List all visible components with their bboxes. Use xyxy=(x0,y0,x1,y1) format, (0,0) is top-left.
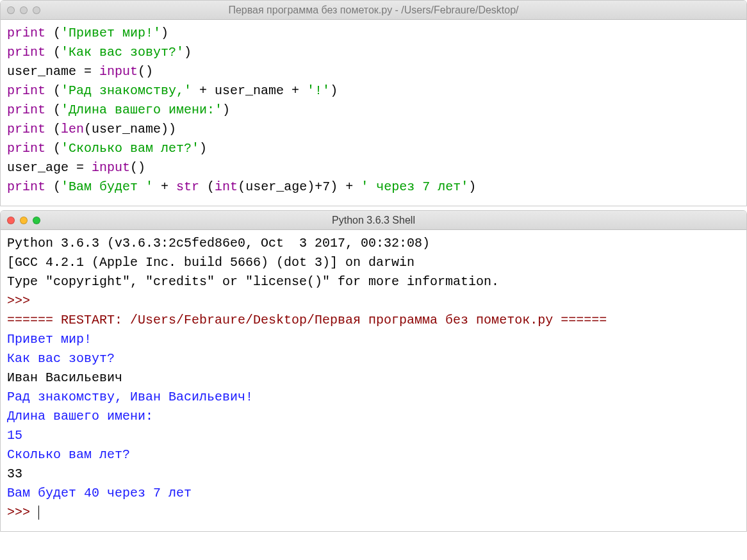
code-line: user_name = input() xyxy=(7,62,740,81)
code-token: ) xyxy=(330,83,338,98)
code-token: () xyxy=(130,160,145,175)
code-token: ( xyxy=(199,179,215,194)
code-token: str xyxy=(176,179,199,194)
code-token: ( xyxy=(45,103,61,117)
shell-traffic-lights xyxy=(7,217,40,224)
code-token: print xyxy=(7,83,45,98)
shell-token: >>> xyxy=(7,505,38,520)
code-line: print ('Вам будет ' + str (int(user_age)… xyxy=(7,177,740,197)
code-token: ( xyxy=(45,122,61,136)
shell-line: ====== RESTART: /Users/Febraure/Desktop/… xyxy=(7,311,740,330)
code-token: 'Вам будет ' xyxy=(61,179,153,194)
text-cursor xyxy=(38,506,39,520)
shell-token: 33 xyxy=(7,466,22,481)
editor-title: Первая программа без пометок.py - /Users… xyxy=(1,3,746,18)
shell-token: Python 3.6.3 (v3.6.3:2c5fed86e0, Oct 3 2… xyxy=(7,236,438,251)
code-token: print xyxy=(7,26,45,40)
code-line: print ('Сколько вам лет?') xyxy=(7,139,740,158)
shell-line: 15 xyxy=(7,426,740,445)
shell-window: Python 3.6.3 Shell Python 3.6.3 (v3.6.3:… xyxy=(0,210,747,532)
code-token: print xyxy=(7,103,45,117)
code-token: ) xyxy=(161,26,168,40)
code-token: + user_name + xyxy=(192,83,307,98)
code-token: print xyxy=(7,122,45,136)
shell-token: Рад знакомству, Иван Васильевич! xyxy=(7,390,253,404)
shell-token: Сколько вам лет? xyxy=(7,447,130,462)
shell-line: Python 3.6.3 (v3.6.3:2c5fed86e0, Oct 3 2… xyxy=(7,234,740,253)
code-token: user_age = xyxy=(7,160,92,175)
shell-line: Сколько вам лет? xyxy=(7,445,740,465)
code-token: user_name = xyxy=(7,64,99,79)
code-token: ( xyxy=(45,141,61,156)
shell-token: Иван Васильевич xyxy=(7,370,122,385)
shell-line: Type "copyright", "credits" or "license(… xyxy=(7,272,740,292)
code-token: 'Привет мир!' xyxy=(61,26,161,40)
zoom-icon[interactable] xyxy=(33,217,40,224)
shell-line: Привет мир! xyxy=(7,330,740,349)
code-token: ) xyxy=(184,45,192,60)
code-token: 'Длина вашего имени:' xyxy=(61,103,222,117)
code-line: user_age = input() xyxy=(7,158,740,177)
code-token: input xyxy=(92,160,130,175)
shell-line: Длина вашего имени: xyxy=(7,407,740,426)
shell-line: >>> xyxy=(7,503,740,522)
code-token: + xyxy=(153,179,176,194)
shell-token: >>> xyxy=(7,293,38,308)
code-line: print ('Длина вашего имени:') xyxy=(7,101,740,120)
shell-line: Рад знакомству, Иван Васильевич! xyxy=(7,388,740,407)
code-line: print ('Рад знакомству,' + user_name + '… xyxy=(7,81,740,101)
editor-window: Первая программа без пометок.py - /Users… xyxy=(0,0,747,206)
zoom-icon[interactable] xyxy=(33,6,40,14)
code-line: print ('Как вас зовут?') xyxy=(7,43,740,62)
editor-traffic-lights xyxy=(7,6,40,14)
code-token: ( xyxy=(45,26,61,40)
code-token: 'Как вас зовут?' xyxy=(61,45,184,60)
shell-token: Type "copyright", "credits" or "license(… xyxy=(7,274,499,289)
code-token: 'Сколько вам лет?' xyxy=(61,141,199,156)
code-token: len xyxy=(61,122,84,136)
close-icon[interactable] xyxy=(7,217,15,224)
minimize-icon[interactable] xyxy=(20,217,28,224)
code-token: ( xyxy=(45,45,61,60)
shell-token: Вам будет 40 через 7 лет xyxy=(7,486,192,500)
shell-line: Как вас зовут? xyxy=(7,349,740,368)
shell-title: Python 3.6.3 Shell xyxy=(1,213,746,228)
code-token: ( xyxy=(45,179,61,194)
code-token: print xyxy=(7,141,45,156)
code-token: (user_name)) xyxy=(84,122,176,136)
shell-token: 15 xyxy=(7,428,22,443)
editor-titlebar: Первая программа без пометок.py - /Users… xyxy=(1,1,746,20)
shell-line: >>> xyxy=(7,292,740,311)
code-token: input xyxy=(99,64,138,79)
code-token: (user_age)+7) + xyxy=(238,179,361,194)
code-token: ) xyxy=(222,103,230,117)
shell-content[interactable]: Python 3.6.3 (v3.6.3:2c5fed86e0, Oct 3 2… xyxy=(1,230,746,531)
code-token: int xyxy=(215,179,238,194)
shell-line: Вам будет 40 через 7 лет xyxy=(7,484,740,503)
code-token: () xyxy=(138,64,153,79)
shell-token: ====== RESTART: /Users/Febraure/Desktop/… xyxy=(7,313,607,327)
minimize-icon[interactable] xyxy=(20,6,28,14)
code-token: print xyxy=(7,179,45,194)
code-token: 'Рад знакомству,' xyxy=(61,83,192,98)
shell-line: Иван Васильевич xyxy=(7,368,740,388)
shell-token: Привет мир! xyxy=(7,332,92,347)
shell-token: [GCC 4.2.1 (Apple Inc. build 5666) (dot … xyxy=(7,255,415,270)
code-line: print ('Привет мир!') xyxy=(7,24,740,43)
shell-token: Как вас зовут? xyxy=(7,351,115,366)
code-token: ) xyxy=(199,141,207,156)
shell-line: 33 xyxy=(7,465,740,484)
code-line: print (len(user_name)) xyxy=(7,120,740,139)
shell-token: Длина вашего имени: xyxy=(7,409,153,424)
code-token: print xyxy=(7,45,45,60)
code-token: '!' xyxy=(307,83,330,98)
code-token: ) xyxy=(468,179,476,194)
close-icon[interactable] xyxy=(7,6,15,14)
code-token: ' через 7 лет' xyxy=(361,179,468,194)
shell-line: [GCC 4.2.1 (Apple Inc. build 5666) (dot … xyxy=(7,253,740,272)
shell-titlebar: Python 3.6.3 Shell xyxy=(1,211,746,230)
editor-content[interactable]: print ('Привет мир!')print ('Как вас зов… xyxy=(1,20,746,206)
code-token: ( xyxy=(45,83,61,98)
